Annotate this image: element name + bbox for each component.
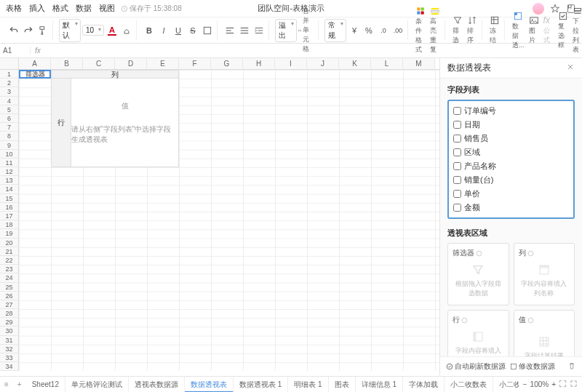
field-item[interactable]: 日期	[449, 118, 573, 132]
area-columns[interactable]: 列 字段内容将填入列名称	[514, 243, 575, 305]
freeze-button[interactable]: 冻结	[488, 15, 501, 45]
expand-button[interactable]	[570, 380, 578, 389]
field-item[interactable]: 订单编号	[449, 104, 573, 118]
column-header[interactable]: F	[179, 58, 211, 69]
highlight-dup-button[interactable]: 高亮重复	[428, 6, 442, 55]
sort-button[interactable]: 排序	[466, 15, 479, 45]
menu-format[interactable]: 格式	[52, 3, 68, 14]
row-header[interactable]: 1	[0, 70, 19, 79]
menu-view[interactable]: 视图	[99, 3, 115, 14]
border-button[interactable]	[201, 24, 214, 37]
sheet-tab[interactable]: 透视表数据源	[129, 377, 185, 393]
row-header[interactable]: 6	[0, 114, 19, 123]
fill-color-button[interactable]	[120, 24, 133, 37]
field-checkbox[interactable]	[453, 148, 461, 156]
field-list[interactable]: 订单编号日期销售员区域产品名称销量(台)单价金额	[447, 100, 575, 219]
row-header[interactable]: 22	[0, 256, 19, 265]
field-item[interactable]: 销售员	[449, 132, 573, 145]
column-header[interactable]: J	[307, 58, 339, 69]
sheet-tab[interactable]: 明细表 1	[288, 377, 328, 393]
column-header[interactable]: B	[51, 58, 83, 69]
sheet-tab[interactable]: 单元格评论测试	[65, 377, 129, 393]
row-header[interactable]: 12	[0, 167, 19, 176]
row-header[interactable]: 33	[0, 353, 19, 362]
sheet-tab[interactable]: 详细信息 1	[356, 377, 403, 393]
zoom-in-button[interactable]: +	[551, 380, 556, 388]
indent-button[interactable]	[252, 24, 266, 37]
sheet-tab[interactable]: 数据透视表 1	[234, 377, 288, 393]
row-header[interactable]: 5	[0, 105, 19, 114]
field-checkbox[interactable]	[453, 176, 461, 184]
bold-button[interactable]: B	[143, 24, 156, 37]
row-header[interactable]: 13	[0, 176, 19, 185]
formula-button[interactable]: fx公式	[542, 15, 555, 45]
zoom-level[interactable]: 100%	[530, 380, 549, 388]
redo-button[interactable]	[22, 24, 35, 37]
sheet-tab[interactable]: 小二收数表	[445, 377, 493, 393]
menu-insert[interactable]: 插入	[29, 3, 45, 14]
column-header[interactable]: E	[147, 58, 179, 69]
row-header[interactable]: 24	[0, 273, 19, 282]
sheet-area[interactable]: ABCDEFGHIJKLM 12345678910111213141516171…	[0, 58, 439, 376]
field-checkbox[interactable]	[453, 162, 461, 170]
row-header[interactable]: 21	[0, 247, 19, 256]
row-header[interactable]: 7	[0, 123, 19, 132]
row-header[interactable]: 10	[0, 150, 19, 159]
align-left-button[interactable]	[223, 24, 236, 37]
row-header[interactable]: 26	[0, 292, 19, 300]
cells-grid[interactable]: 筛选器 列 行 值 请从右侧"字段列表"中选择字段生成透视表	[19, 70, 439, 371]
align-vertical-button[interactable]	[238, 24, 251, 37]
currency-button[interactable]: ¥	[348, 24, 361, 37]
row-header[interactable]: 17	[0, 212, 19, 220]
field-item[interactable]: 区域	[449, 145, 573, 159]
undo-button[interactable]	[7, 24, 20, 37]
row-header[interactable]: 9	[0, 141, 19, 150]
fullscreen-button[interactable]	[559, 380, 567, 389]
sheets-menu-button[interactable]: ≡	[0, 380, 13, 388]
wrap-select[interactable]: 溢出	[275, 19, 297, 42]
checkbox-button[interactable]: 复选框	[557, 11, 570, 50]
image-button[interactable]: 图片	[527, 15, 541, 45]
row-header[interactable]: 25	[0, 283, 19, 292]
field-item[interactable]: 销量(台)	[449, 173, 573, 187]
row-header[interactable]: 4	[0, 97, 19, 105]
sheet-tab[interactable]: 小二收数表...	[493, 377, 519, 393]
sheet-tab[interactable]: 图表	[329, 377, 356, 393]
sheet-tab[interactable]: 数据透视表	[185, 377, 234, 393]
number-format-select[interactable]: 常规	[324, 19, 346, 42]
delete-pivot-button[interactable]	[567, 361, 576, 372]
column-header[interactable]: I	[275, 58, 307, 69]
row-header[interactable]: 28	[0, 309, 19, 318]
active-cell[interactable]: 筛选器	[19, 70, 51, 79]
row-header[interactable]: 31	[0, 336, 19, 345]
edit-source-button[interactable]: 修改数据源	[510, 361, 555, 372]
row-header[interactable]: 27	[0, 300, 19, 309]
row-header[interactable]: 16	[0, 203, 19, 212]
field-item[interactable]: 金额	[449, 201, 573, 215]
field-item[interactable]: 产品名称	[449, 159, 573, 173]
font-color-button[interactable]: A	[105, 24, 119, 37]
percent-button[interactable]: %	[362, 24, 375, 37]
field-checkbox[interactable]	[453, 107, 461, 115]
format-painter-button[interactable]	[36, 24, 49, 37]
column-header[interactable]: H	[243, 58, 275, 69]
conditional-format-button[interactable]: 条件格式	[414, 6, 427, 55]
column-header[interactable]: G	[211, 58, 243, 69]
close-panel-button[interactable]	[566, 63, 575, 73]
font-family-select[interactable]: 默认	[59, 19, 81, 42]
area-rows[interactable]: 行 字段内容将填入行名称	[447, 310, 509, 356]
field-checkbox[interactable]	[453, 204, 461, 212]
sheet-tab[interactable]: Sheet12	[26, 377, 65, 393]
row-header[interactable]: 34	[0, 362, 19, 371]
field-checkbox[interactable]	[453, 135, 461, 143]
menu-data[interactable]: 数据	[76, 3, 92, 14]
underline-button[interactable]: U	[172, 24, 185, 37]
cell-reference[interactable]: A1	[0, 47, 31, 55]
column-header[interactable]: M	[403, 58, 435, 69]
column-header[interactable]: A	[19, 58, 51, 69]
row-header[interactable]: 3	[0, 87, 19, 96]
auto-refresh-toggle[interactable]: 自动刷新数据源	[446, 361, 506, 372]
sheet-tab[interactable]: 字体加载	[403, 377, 445, 393]
row-header[interactable]: 30	[0, 327, 19, 335]
menu-table[interactable]: 表格	[6, 3, 22, 14]
